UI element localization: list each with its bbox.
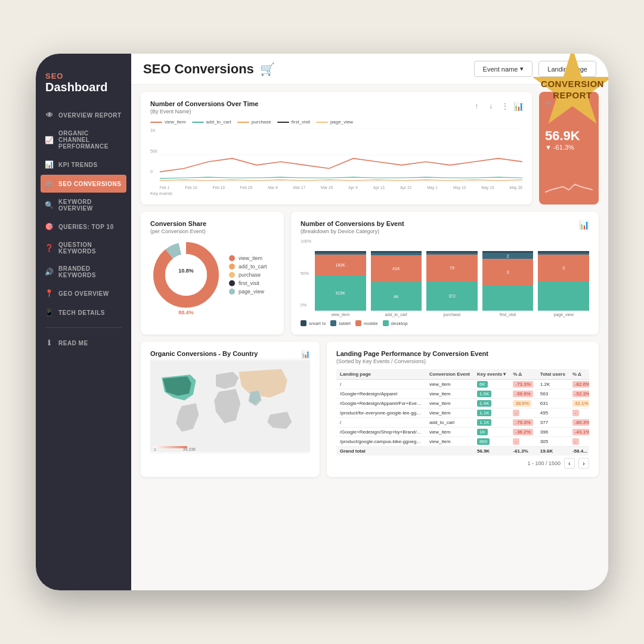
bar-chart-title: Number of Conversions by Event [301,220,404,227]
bottom-row: Organic Conversions - By Country 📊 [141,342,599,477]
world-map: 1 34,336 [150,358,310,454]
conv-chart-title: Number of Conversions Over Time [150,100,522,107]
more-options-btn[interactable]: ⋮ [499,100,511,112]
cell-page: /product/for-everyone-google-tee-ggoegx.… [336,408,426,418]
col-users-delta: % Δ [569,369,589,380]
map-chart-icon: 📊 [301,350,310,358]
target-icon: 🎯 [45,222,54,231]
bar-group-purchase: 79 372 purchase [426,251,478,317]
question-icon: ❓ [45,244,54,252]
sidebar-item-overview-report[interactable]: 👁 OVERVIEW REPORT [36,106,131,124]
col-landing-page: Landing page [336,369,426,380]
mid-row: Conversion Share (per Conversion Event) [141,212,599,335]
conversions-over-time-card: Number of Conversions Over Time (By Even… [141,92,532,205]
legend-first-visit: first_visit [277,119,310,125]
cell-total-users: 1.2K [537,380,569,389]
col-key-delta: % Δ [509,369,536,380]
info-icon: ℹ [45,339,54,347]
sidebar-item-question-keywords[interactable]: ❓ QUESTION KEYWORDS [36,237,131,259]
cell-total-users: 495 [537,408,569,418]
cell-key-events: 1.1K [473,418,509,428]
cell-page: / [336,418,426,428]
nav-label: GEO OVERVIEW [58,290,109,297]
donut-wrap: 10.8% 88.4% view_item add_to_cart purcha… [150,239,274,311]
nav-divider [45,327,122,328]
page-title-row: SEO Conversions 🛒 [143,61,275,77]
grand-total-label: Grand total [336,447,473,456]
sidebar-item-read-me[interactable]: ℹ READ ME [36,334,131,352]
sidebar-item-geo-overview[interactable]: 📍 GEO OVERVIEW [36,284,131,302]
cell-event: view_item [426,380,473,389]
sidebar-item-branded-keywords[interactable]: 🔊 BRANDED KEYWORDS [36,261,131,283]
search-icon: 🔍 [45,201,54,209]
bar-chart-icon: 📊 [513,101,524,111]
metric-delta: ▼ -61.3% [545,144,593,151]
cell-total-users: 377 [537,418,569,428]
legend-purchase: purchase [237,119,271,125]
donut-title: Conversion Share [150,220,274,227]
grand-total-users-delta: -58.4... [569,447,589,456]
sidebar-item-organic-channel[interactable]: 📈 ORGANIC CHANNEL PERFORMANCE [36,125,131,154]
sort-down-btn[interactable]: ↓ [485,100,497,112]
legend-add-to-cart: add_to_cart [192,119,231,125]
cell-total-users: 631 [537,399,569,408]
sparkline-svg [545,172,593,196]
cell-event: add_to_cart [426,418,473,428]
cell-event: view_item [426,437,473,447]
chevron-down-icon: ▾ [520,65,524,73]
chart-icon: 📈 [45,136,54,144]
pagination-prev[interactable]: ‹ [564,458,575,469]
col-key-events: Key events ▾ [473,369,509,380]
pagination-info: 1 - 100 / 1500 [527,460,561,466]
donut-svg: 10.8% [150,239,222,311]
nav-label: KPI TRENDS [58,162,98,168]
sidebar: SEO Dashboard 👁 OVERVIEW REPORT 📈 ORGANI… [36,54,131,590]
cell-event: view_item [426,428,473,437]
nav-label: BRANDED KEYWORDS [58,265,122,278]
table-card: Landing Page Performance by Conversion E… [327,342,599,477]
cell-page: /Google+Redesign/Apparel/For+Everyone+..… [336,399,426,408]
table-row: / add_to_cart 1.1K -79.3% 377 -80.3% 427… [336,418,589,428]
cell-users-delta: -52.3% [569,389,589,399]
cell-page: /Google+Redesign/Apparel [336,389,426,399]
line-chart-svg [160,128,522,182]
map-card-title: Organic Conversions - By Country [150,350,258,357]
donut-card: Conversion Share (per Conversion Event) [141,212,284,335]
cell-event: view_item [426,408,473,418]
nav-label: QUERIES: TOP 10 [58,224,114,230]
table-row: /product/google-campus-bike-ggoegcba0...… [336,437,589,447]
sidebar-item-kpi-trends[interactable]: 📊 KPI TRENDS [36,156,131,174]
nav-label: ORGANIC CHANNEL PERFORMANCE [58,130,122,150]
bar-group-first-visit: 2 3 first_visit [482,251,534,317]
sort-up-btn[interactable]: ↑ [470,100,482,112]
map-card: Organic Conversions - By Country 📊 [141,342,320,477]
sidebar-item-keyword-overview[interactable]: 🔍 KEYWORD OVERVIEW [36,194,131,216]
bar-icon: 📊 [579,220,589,230]
conversion-badge: CONVERSIONREPORT [525,54,608,137]
cell-key-delta: 38.6% [509,399,536,408]
grand-total-key-events: 56.9K [473,447,509,456]
trending-icon: 📊 [45,160,54,169]
sidebar-item-tech-details[interactable]: 📱 TECH DETAILS [36,304,131,321]
badge-text: CONVERSIONREPORT [541,78,604,101]
cell-users-delta: 42.1% [569,399,589,408]
bar-legend: smart tv tablet mobile desktop [301,320,589,326]
table-row: /product/for-everyone-google-tee-ggoegx.… [336,408,589,418]
sidebar-item-queries-top10[interactable]: 🎯 QUERIES: TOP 10 [36,218,131,236]
svg-point-5 [165,254,207,296]
cell-users-delta: -80.3% [569,418,589,428]
event-name-filter[interactable]: Event name ▾ [474,61,533,77]
col-conversion-event: Conversion Event [426,369,473,380]
cell-total-users: 396 [537,428,569,437]
chart-legend: view_item add_to_cart purchase first_vis… [150,119,522,125]
table-row: /Google+Redesign/Apparel/For+Everyone+..… [336,399,589,408]
cell-page: /Google+Redesign/Shop+by+Brand/YouTu... [336,428,426,437]
donut-legend: view_item add_to_cart purchase first_vis… [229,255,267,295]
cell-key-events: 1.4K [473,399,509,408]
nav-label: QUESTION KEYWORDS [58,242,122,255]
cell-key-delta: -73.3% [509,380,536,389]
nav-label: KEYWORD OVERVIEW [58,199,122,212]
sidebar-item-seo-conversions[interactable]: 🛒 SEO CONVERSIONS [41,175,126,193]
pagination-next[interactable]: › [578,458,589,469]
cell-users-delta: -82.6% [569,380,589,389]
